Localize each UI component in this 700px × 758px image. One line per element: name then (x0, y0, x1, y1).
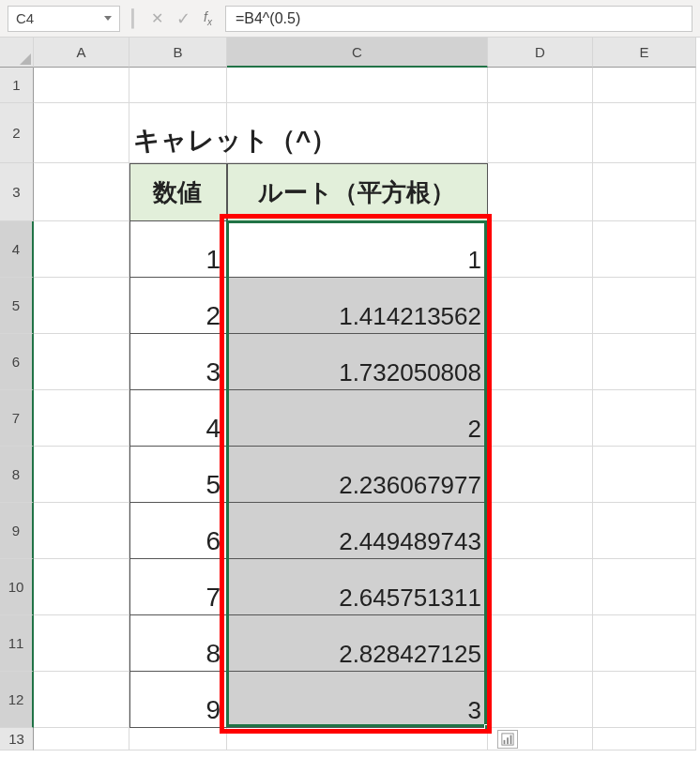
cell-A11[interactable] (34, 615, 129, 672)
row-header-4[interactable]: 4 (0, 221, 34, 278)
cell-A12[interactable] (34, 672, 129, 728)
cell-E5[interactable] (593, 278, 696, 334)
row-header-7[interactable]: 7 (0, 390, 34, 447)
formula-bar: C4 ┃ ✕ ✓ fx =B4^(0.5) (0, 0, 700, 38)
cell-E12[interactable] (593, 672, 696, 728)
cell-root-10[interactable]: 2.645751311 (227, 559, 488, 615)
header-number[interactable]: 数値 (129, 163, 227, 221)
cell-A3[interactable] (34, 163, 129, 221)
row-header-10[interactable]: 10 (0, 559, 34, 615)
header-root[interactable]: ルート（平方根） (227, 163, 488, 221)
row-header-3[interactable]: 3 (0, 163, 34, 221)
row-headers: 12345678910111213 (0, 68, 34, 750)
cell-D6[interactable] (488, 334, 593, 390)
cell-E4[interactable] (593, 221, 696, 278)
grid[interactable]: キャレット（^）数値ルート（平方根）1121.41421356231.73205… (34, 68, 696, 750)
row-header-8[interactable]: 8 (0, 447, 34, 503)
row-header-6[interactable]: 6 (0, 334, 34, 390)
cell-root-4[interactable]: 1 (227, 221, 488, 278)
cell-B1[interactable] (129, 68, 227, 103)
row-header-12[interactable]: 12 (0, 672, 34, 728)
cell-A5[interactable] (34, 278, 129, 334)
chevron-down-icon[interactable] (104, 16, 112, 21)
cell-D11[interactable] (488, 615, 593, 672)
cell-E3[interactable] (593, 163, 696, 221)
name-box[interactable]: C4 (8, 6, 120, 32)
quick-analysis-tag[interactable] (497, 730, 518, 749)
row-header-2[interactable]: 2 (0, 103, 34, 163)
cell-A10[interactable] (34, 559, 129, 615)
row-header-5[interactable]: 5 (0, 278, 34, 334)
cell-D1[interactable] (488, 68, 593, 103)
fill-handle[interactable] (484, 724, 492, 732)
cell-A6[interactable] (34, 334, 129, 390)
cell-E11[interactable] (593, 615, 696, 672)
cell-D4[interactable] (488, 221, 593, 278)
cell-number-7[interactable]: 4 (129, 390, 227, 447)
column-header-E[interactable]: E (593, 38, 696, 68)
column-header-B[interactable]: B (129, 38, 227, 68)
cell-A7[interactable] (34, 390, 129, 447)
row-header-11[interactable]: 11 (0, 615, 34, 672)
cell-root-6[interactable]: 1.732050808 (227, 334, 488, 390)
column-header-A[interactable]: A (34, 38, 129, 68)
formula-text: =B4^(0.5) (236, 10, 300, 27)
cell-number-11[interactable]: 8 (129, 615, 227, 672)
cell-A4[interactable] (34, 221, 129, 278)
column-header-D[interactable]: D (488, 38, 593, 68)
confirm-icon[interactable]: ✓ (176, 8, 190, 29)
title-cell[interactable]: キャレット（^） (129, 103, 227, 163)
cell-D5[interactable] (488, 278, 593, 334)
column-headers: ABCDE (34, 38, 696, 68)
cell-number-10[interactable]: 7 (129, 559, 227, 615)
formula-input[interactable]: =B4^(0.5) (225, 6, 692, 32)
name-box-value: C4 (16, 10, 34, 26)
cell-D8[interactable] (488, 447, 593, 503)
row-header-13[interactable]: 13 (0, 728, 34, 750)
cell-number-9[interactable]: 6 (129, 503, 227, 559)
cell-E13[interactable] (593, 728, 696, 750)
cell-root-7[interactable]: 2 (227, 390, 488, 447)
cell-D10[interactable] (488, 559, 593, 615)
cell-E2[interactable] (593, 103, 696, 163)
svg-rect-2 (507, 737, 509, 744)
cell-E7[interactable] (593, 390, 696, 447)
cell-E6[interactable] (593, 334, 696, 390)
cancel-icon[interactable]: ✕ (151, 9, 163, 27)
cell-D3[interactable] (488, 163, 593, 221)
cell-root-8[interactable]: 2.236067977 (227, 447, 488, 503)
cell-A9[interactable] (34, 503, 129, 559)
cell-E1[interactable] (593, 68, 696, 103)
cell-D7[interactable] (488, 390, 593, 447)
cell-root-11[interactable]: 2.828427125 (227, 615, 488, 672)
cell-A13[interactable] (34, 728, 129, 750)
column-header-C[interactable]: C (227, 38, 488, 68)
cell-number-5[interactable]: 2 (129, 278, 227, 334)
cell-E9[interactable] (593, 503, 696, 559)
cell-D12[interactable] (488, 672, 593, 728)
cell-E10[interactable] (593, 559, 696, 615)
cell-number-12[interactable]: 9 (129, 672, 227, 728)
cell-A8[interactable] (34, 447, 129, 503)
separator: ┃ (128, 8, 138, 29)
fx-icon[interactable]: fx (204, 9, 212, 27)
cell-root-9[interactable]: 2.449489743 (227, 503, 488, 559)
cell-number-4[interactable]: 1 (129, 221, 227, 278)
cell-C13[interactable] (227, 728, 488, 750)
cell-A1[interactable] (34, 68, 129, 103)
row-header-9[interactable]: 9 (0, 503, 34, 559)
row-header-1[interactable]: 1 (0, 68, 34, 103)
cell-A2[interactable] (34, 103, 129, 163)
cell-root-5[interactable]: 1.414213562 (227, 278, 488, 334)
svg-rect-3 (510, 735, 512, 745)
quick-analysis-icon (501, 733, 514, 746)
cell-B13[interactable] (129, 728, 227, 750)
cell-D9[interactable] (488, 503, 593, 559)
cell-root-12[interactable]: 3 (227, 672, 488, 728)
cell-number-6[interactable]: 3 (129, 334, 227, 390)
cell-D2[interactable] (488, 103, 593, 163)
cell-E8[interactable] (593, 447, 696, 503)
cell-number-8[interactable]: 5 (129, 447, 227, 503)
cell-C1[interactable] (227, 68, 488, 103)
select-all-triangle[interactable] (0, 38, 34, 68)
